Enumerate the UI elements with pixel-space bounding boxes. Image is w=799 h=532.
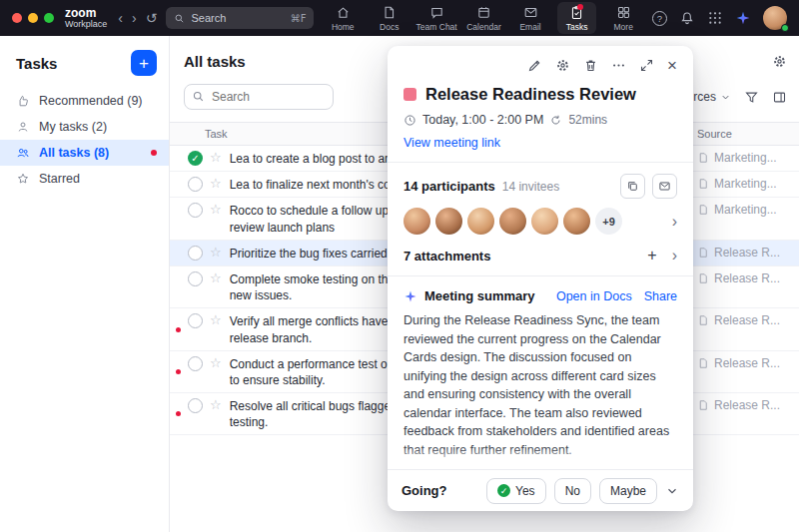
share-link[interactable]: Share <box>644 289 677 303</box>
global-search[interactable]: Search ⌘F <box>166 7 314 29</box>
nav-more[interactable]: More <box>603 2 643 34</box>
avatar[interactable] <box>403 208 430 235</box>
calendar-icon <box>476 5 491 20</box>
nav-calendar[interactable]: Calendar <box>464 2 504 34</box>
user-avatar[interactable] <box>763 6 787 30</box>
doc-icon <box>697 178 709 190</box>
task-search-input[interactable] <box>184 84 334 110</box>
check-icon: ✓ <box>497 484 510 497</box>
filter-funnel-icon[interactable] <box>744 90 759 105</box>
avatar[interactable] <box>563 208 590 235</box>
doc-icon <box>697 152 709 164</box>
rsvp-yes-button[interactable]: ✓ Yes <box>486 478 546 504</box>
task-source: Release R... <box>697 397 789 412</box>
avatar[interactable] <box>467 208 494 235</box>
task-source: Release R... <box>697 355 789 370</box>
task-complete-checkbox[interactable]: ✓ <box>188 151 203 166</box>
people-icon <box>16 146 30 160</box>
sidebar-item-starred[interactable]: Starred <box>0 166 169 192</box>
history-icon[interactable]: ↺ <box>146 11 158 25</box>
task-checkbox[interactable] <box>188 246 203 261</box>
star-icon <box>16 172 30 186</box>
rsvp-footer: Going? ✓ Yes No Maybe <box>388 469 693 511</box>
nav-docs[interactable]: Docs <box>370 2 409 34</box>
task-checkbox[interactable] <box>188 313 203 328</box>
page-title: All tasks <box>184 53 246 70</box>
star-icon[interactable]: ☆ <box>210 245 222 262</box>
task-checkbox[interactable] <box>188 398 203 413</box>
nav-team-chat[interactable]: Team Chat <box>416 2 457 34</box>
task-checkbox[interactable] <box>188 177 203 192</box>
help-icon[interactable]: ? <box>652 11 667 26</box>
sidebar-item-my-tasks[interactable]: My tasks (2) <box>0 114 169 140</box>
more-options-icon[interactable] <box>611 58 626 73</box>
task-checkbox[interactable] <box>188 356 203 371</box>
close-icon[interactable]: × <box>667 59 677 73</box>
star-icon[interactable]: ☆ <box>210 270 222 287</box>
open-in-docs-link[interactable]: Open in Docs <box>556 289 632 303</box>
nav-home[interactable]: Home <box>323 2 363 34</box>
event-duration: 52mins <box>568 113 607 127</box>
email-icon <box>523 5 538 20</box>
clock-icon <box>403 114 416 127</box>
task-source: Release R... <box>697 270 789 285</box>
window-close-button[interactable] <box>12 13 22 23</box>
email-invite-button[interactable] <box>652 174 677 199</box>
doc-icon <box>697 272 709 284</box>
apps-grid-icon[interactable] <box>707 10 723 26</box>
edit-pencil-icon[interactable] <box>527 58 542 73</box>
view-meeting-link[interactable]: View meeting link <box>403 136 677 150</box>
add-task-button[interactable]: + <box>131 50 157 76</box>
sidebar-item-recommended[interactable]: Recommended (9) <box>0 88 169 114</box>
notifications-bell-icon[interactable] <box>679 10 695 26</box>
more-grid-icon <box>616 5 631 20</box>
avatar-overflow-count[interactable]: +9 <box>595 208 622 235</box>
rsvp-no-button[interactable]: No <box>554 478 591 504</box>
task-search[interactable] <box>184 84 334 110</box>
ai-companion-icon[interactable] <box>735 10 751 26</box>
star-icon[interactable]: ☆ <box>210 355 222 372</box>
task-checkbox[interactable] <box>188 203 203 218</box>
rsvp-question: Going? <box>401 483 447 498</box>
avatar[interactable] <box>499 208 526 235</box>
nav-back-button[interactable]: ‹ <box>118 11 123 25</box>
star-icon[interactable]: ☆ <box>210 312 222 329</box>
recurring-icon <box>549 114 562 127</box>
task-checkbox[interactable] <box>188 271 203 286</box>
gear-icon[interactable] <box>555 58 570 73</box>
rsvp-maybe-button[interactable]: Maybe <box>599 478 657 504</box>
chevron-down-icon <box>720 92 731 103</box>
trash-icon[interactable] <box>583 58 598 73</box>
star-icon[interactable]: ☆ <box>210 176 222 193</box>
nav-forward-button[interactable]: › <box>132 11 137 25</box>
task-source: Release R... <box>697 312 789 327</box>
side-panel-icon[interactable] <box>772 90 787 105</box>
copy-invitation-button[interactable] <box>620 174 645 199</box>
view-more-link[interactable]: View more › <box>403 464 469 469</box>
participants-chevron-icon[interactable]: › <box>672 214 677 230</box>
window-minimize-button[interactable] <box>28 13 38 23</box>
avatar[interactable] <box>435 208 462 235</box>
star-icon[interactable]: ☆ <box>210 150 222 167</box>
event-title: Release Readiness Review <box>425 85 636 104</box>
nav-tasks[interactable]: Tasks <box>557 2 597 34</box>
attachments-chevron-icon[interactable]: › <box>672 248 677 264</box>
star-icon[interactable]: ☆ <box>210 397 222 414</box>
brand-workplace: Workplace <box>65 20 107 29</box>
rsvp-more-chevron-icon[interactable] <box>665 484 679 498</box>
star-icon[interactable]: ☆ <box>210 202 222 219</box>
expand-icon[interactable] <box>639 58 654 73</box>
avatar[interactable] <box>531 208 558 235</box>
doc-icon <box>697 314 709 326</box>
settings-gear-icon[interactable] <box>772 54 787 69</box>
event-color-square <box>403 88 416 101</box>
sidebar-item-all-tasks[interactable]: All tasks (8) <box>0 140 169 166</box>
column-source[interactable]: Source <box>697 128 789 140</box>
brand-zoom: zoom <box>65 7 107 19</box>
column-task[interactable]: Task <box>205 128 228 140</box>
brand-logo: zoom Workplace <box>65 7 107 29</box>
nav-email[interactable]: Email <box>510 2 550 34</box>
task-source: Release R... <box>697 245 789 260</box>
add-attachment-button[interactable]: + <box>647 248 656 264</box>
window-fullscreen-button[interactable] <box>44 13 54 23</box>
